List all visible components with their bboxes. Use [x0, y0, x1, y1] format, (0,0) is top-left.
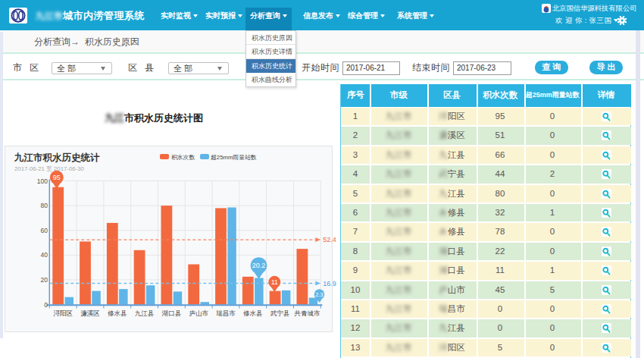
svg-text:九江县: 九江县 [135, 309, 155, 317]
svg-text:16.9: 16.9 [323, 280, 336, 287]
svg-text:40: 40 [41, 251, 48, 259]
svg-text:浔阳区: 浔阳区 [53, 309, 73, 317]
svg-text:濂溪区: 濂溪区 [80, 309, 100, 317]
svg-text:2.3: 2.3 [315, 291, 323, 298]
svg-text:修水县: 修水县 [108, 309, 127, 317]
svg-text:0: 0 [44, 301, 48, 309]
svg-text:95: 95 [53, 174, 61, 181]
svg-text:60: 60 [41, 227, 48, 234]
svg-text:80: 80 [41, 202, 48, 209]
svg-text:共青城市: 共青城市 [293, 309, 320, 317]
svg-text:100: 100 [37, 177, 48, 185]
svg-text:庐山市: 庐山市 [189, 309, 208, 317]
svg-text:武宁县: 武宁县 [270, 309, 290, 317]
svg-text:20.2: 20.2 [252, 262, 266, 269]
svg-text:11: 11 [271, 278, 278, 286]
svg-text:瑞昌市: 瑞昌市 [216, 309, 236, 317]
svg-text:修水县: 修水县 [243, 309, 263, 317]
svg-text:20: 20 [41, 276, 48, 284]
svg-text:52.4: 52.4 [323, 236, 336, 243]
svg-text:湖口县: 湖口县 [161, 309, 182, 317]
